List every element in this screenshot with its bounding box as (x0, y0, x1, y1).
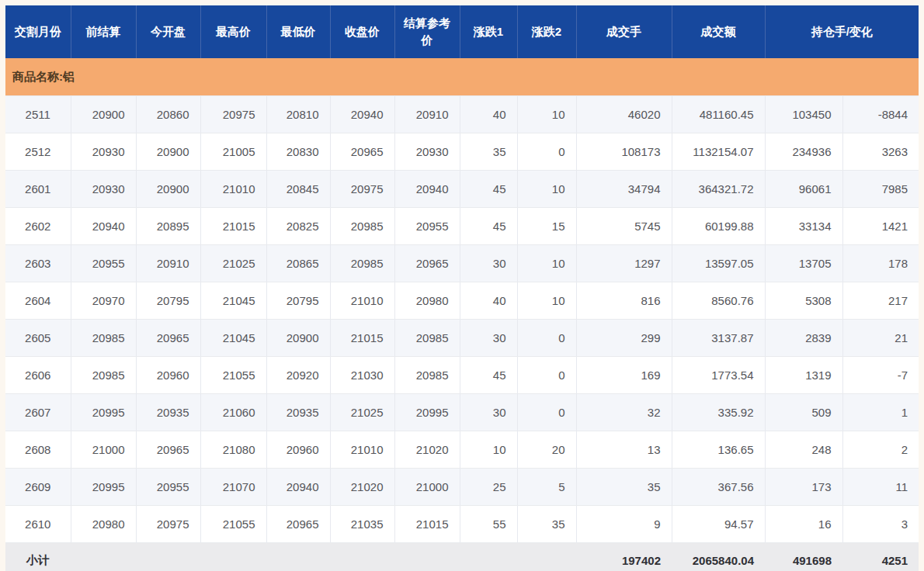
cell-settlement-ref-price: 21015 (394, 506, 460, 543)
cell-volume-lots: 299 (576, 320, 672, 357)
cell-settlement-ref-price: 20930 (394, 133, 460, 171)
cell-open-interest-change: 217 (842, 282, 919, 320)
futures-quotes-table: 交割月份 前结算 今开盘 最高价 最低价 收盘价 结算参考价 涨跌1 涨跌2 成… (5, 5, 919, 571)
cell-open: 20900 (136, 133, 200, 171)
subtotal-spacer (71, 543, 576, 571)
cell-change-2: 10 (517, 245, 576, 282)
cell-turnover: 136.65 (672, 431, 765, 469)
col-header-change-2: 涨跌2 (517, 5, 576, 58)
cell-change-1: 45 (460, 171, 517, 208)
cell-open: 20965 (136, 431, 200, 469)
col-header-delivery-month: 交割月份 (5, 5, 71, 58)
cell-high: 21070 (200, 469, 266, 506)
subtotal-label: 小计 (5, 543, 71, 571)
cell-open-interest: 103450 (765, 96, 842, 133)
cell-open-interest: 2839 (765, 320, 842, 357)
col-header-high: 最高价 (200, 5, 266, 58)
cell-open: 20910 (136, 245, 200, 282)
table-row: 2604209702079521045207952101020980401081… (5, 282, 919, 320)
cell-low: 20825 (266, 208, 330, 245)
table-row: 2603209552091021025208652098520965301012… (5, 245, 919, 282)
cell-settlement-ref-price: 20980 (394, 282, 460, 320)
cell-open: 20975 (136, 506, 200, 543)
cell-open-interest: 5308 (765, 282, 842, 320)
cell-open: 20965 (136, 320, 200, 357)
cell-change-1: 10 (460, 431, 517, 469)
quotes-table-container: 交割月份 前结算 今开盘 最高价 最低价 收盘价 结算参考价 涨跌1 涨跌2 成… (5, 5, 919, 571)
cell-change-1: 30 (460, 394, 517, 431)
cell-change-2: 10 (517, 96, 576, 133)
cell-change-1: 45 (460, 357, 517, 394)
subtotal-row: 小计 197402 2065840.04 491698 4251 (5, 543, 919, 571)
cell-high: 21060 (200, 394, 266, 431)
cell-settlement-ref-price: 21020 (394, 431, 460, 469)
cell-turnover: 60199.88 (672, 208, 765, 245)
cell-open-interest: 13705 (765, 245, 842, 282)
cell-open-interest-change: 178 (842, 245, 919, 282)
cell-change-1: 30 (460, 245, 517, 282)
cell-open: 20960 (136, 357, 200, 394)
cell-settlement-ref-price: 20985 (394, 320, 460, 357)
cell-open-interest-change: 7985 (842, 171, 919, 208)
col-header-open-interest-change: 持仓手/变化 (765, 5, 919, 58)
cell-change-2: 20 (517, 431, 576, 469)
cell-delivery-month: 2609 (5, 469, 71, 506)
commodity-name-label: 商品名称:铝 (5, 58, 919, 96)
cell-delivery-month: 2603 (5, 245, 71, 282)
cell-turnover: 94.57 (672, 506, 765, 543)
cell-open-interest-change: -8844 (842, 96, 919, 133)
cell-volume-lots: 35 (576, 469, 672, 506)
cell-low: 20920 (266, 357, 330, 394)
cell-settlement-ref-price: 20955 (394, 208, 460, 245)
cell-high: 21045 (200, 282, 266, 320)
cell-high: 21055 (200, 357, 266, 394)
cell-settlement-ref-price: 21000 (394, 469, 460, 506)
cell-high: 21055 (200, 506, 266, 543)
table-row: 2609209952095521070209402102021000255353… (5, 469, 919, 506)
cell-settlement-ref-price: 20995 (394, 394, 460, 431)
cell-close: 21015 (330, 320, 394, 357)
cell-high: 21025 (200, 245, 266, 282)
cell-settlement-ref-price: 20910 (394, 96, 460, 133)
cell-volume-lots: 5745 (576, 208, 672, 245)
table-row: 2607209952093521060209352102520995300323… (5, 394, 919, 431)
cell-prev-settlement: 20930 (71, 133, 136, 171)
cell-prev-settlement: 20985 (71, 320, 136, 357)
cell-open: 20900 (136, 171, 200, 208)
cell-volume-lots: 108173 (576, 133, 672, 171)
cell-change-1: 40 (460, 282, 517, 320)
cell-prev-settlement: 20970 (71, 282, 136, 320)
cell-open-interest-change: 1421 (842, 208, 919, 245)
cell-change-1: 55 (460, 506, 517, 543)
col-header-close: 收盘价 (330, 5, 394, 58)
cell-delivery-month: 2511 (5, 96, 71, 133)
cell-low: 20940 (266, 469, 330, 506)
cell-volume-lots: 32 (576, 394, 672, 431)
cell-open-interest: 96061 (765, 171, 842, 208)
table-row: 2605209852096521045209002101520985300299… (5, 320, 919, 357)
cell-delivery-month: 2608 (5, 431, 71, 469)
cell-open-interest: 173 (765, 469, 842, 506)
cell-change-2: 10 (517, 282, 576, 320)
col-header-open: 今开盘 (136, 5, 200, 58)
cell-open: 20860 (136, 96, 200, 133)
cell-prev-settlement: 20995 (71, 394, 136, 431)
cell-turnover: 481160.45 (672, 96, 765, 133)
cell-volume-lots: 13 (576, 431, 672, 469)
cell-high: 21015 (200, 208, 266, 245)
cell-change-2: 10 (517, 171, 576, 208)
subtotal-open-interest-change: 4251 (842, 543, 919, 571)
col-header-prev-settlement: 前结算 (71, 5, 136, 58)
col-header-settlement-ref: 结算参考价 (394, 5, 460, 58)
cell-change-1: 45 (460, 208, 517, 245)
cell-prev-settlement: 20930 (71, 171, 136, 208)
cell-volume-lots: 169 (576, 357, 672, 394)
cell-turnover: 8560.76 (672, 282, 765, 320)
cell-delivery-month: 2601 (5, 171, 71, 208)
subtotal-turnover: 2065840.04 (672, 543, 765, 571)
table-row: 2602209402089521015208252098520955451557… (5, 208, 919, 245)
cell-volume-lots: 816 (576, 282, 672, 320)
cell-open-interest: 509 (765, 394, 842, 431)
cell-change-2: 35 (517, 506, 576, 543)
cell-delivery-month: 2607 (5, 394, 71, 431)
